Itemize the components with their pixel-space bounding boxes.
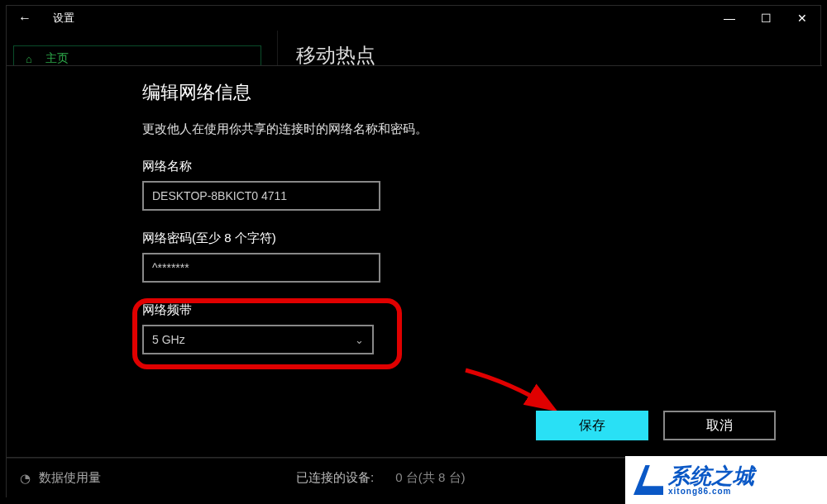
titlebar: ← 设置 — ☐ ✕	[7, 6, 820, 31]
network-band-label: 网络频带	[142, 302, 721, 318]
cancel-button[interactable]: 取消	[663, 411, 776, 440]
dialog-edit-network: 编辑网络信息 更改他人在使用你共享的连接时的网络名称和密码。 网络名称 网络密码…	[142, 80, 721, 354]
maximize-button[interactable]: ☐	[748, 12, 784, 25]
network-name-field[interactable]	[152, 189, 370, 202]
network-name-label: 网络名称	[142, 159, 721, 174]
network-band-select[interactable]: 5 GHz ⌄	[142, 325, 374, 354]
minimize-button[interactable]: —	[711, 12, 748, 25]
connected-devices: 已连接的设备: 0 台(共 8 台)	[296, 470, 466, 486]
dialog-button-row: 保存 取消	[536, 411, 776, 440]
dialog-title: 编辑网络信息	[142, 80, 721, 105]
network-password-field[interactable]	[152, 261, 370, 274]
close-button[interactable]: ✕	[784, 12, 820, 25]
network-band-value: 5 GHz	[152, 333, 185, 346]
save-button[interactable]: 保存	[536, 411, 648, 440]
network-password-input[interactable]	[142, 253, 380, 283]
dialog-description: 更改他人在使用你共享的连接时的网络名称和密码。	[142, 121, 721, 137]
window-title: 设置	[53, 11, 74, 26]
back-button[interactable]: ←	[7, 11, 43, 26]
home-icon: ⌂	[26, 53, 32, 65]
connected-label: 已连接的设备:	[296, 470, 374, 484]
watermark-logo-icon	[633, 465, 663, 495]
network-name-input[interactable]	[142, 181, 380, 211]
sidebar-item-label: 主页	[45, 51, 69, 66]
connected-count: 0 台(共 8 台)	[395, 470, 465, 484]
data-usage-label[interactable]: 数据使用量	[39, 470, 101, 486]
watermark: 系统之城 xitong86.com	[625, 456, 827, 504]
watermark-brand: 系统之城	[668, 465, 754, 487]
chevron-down-icon: ⌄	[355, 334, 364, 346]
network-password-label: 网络密码(至少 8 个字符)	[142, 231, 721, 246]
data-usage-icon: ◔	[20, 471, 31, 486]
